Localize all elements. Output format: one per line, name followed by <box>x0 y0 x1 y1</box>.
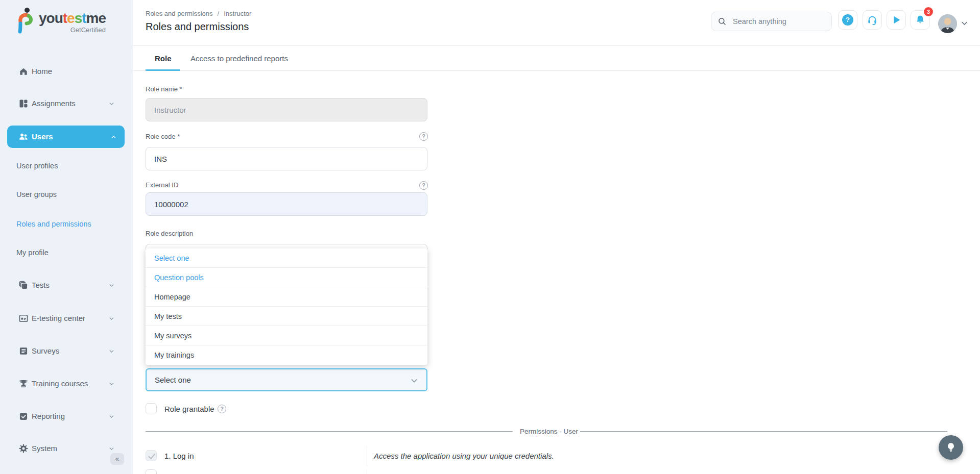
profile-menu-chevron-icon[interactable] <box>961 19 968 27</box>
landing-page-select[interactable]: Select one <box>146 368 427 391</box>
sidebar-item-home[interactable]: Home <box>0 61 133 82</box>
sidebar-item-label: Tests <box>32 275 50 295</box>
headset-icon <box>867 14 878 26</box>
sidebar-item-label: Users <box>32 126 53 148</box>
role-name-label: Role name * <box>146 85 182 93</box>
sidebar-item-reporting[interactable]: Reporting <box>0 406 133 427</box>
role-grantable-label: Role grantable <box>164 405 214 413</box>
chevron-up-icon <box>110 134 117 140</box>
role-grantable-checkbox[interactable] <box>146 403 157 414</box>
chevron-down-icon <box>108 315 115 322</box>
breadcrumb: Roles and permissions/Instructor <box>146 10 251 17</box>
permission-login-checkbox <box>146 450 157 461</box>
permission-checkbox <box>146 469 157 474</box>
page-title: Roles and permissions <box>146 21 249 33</box>
etesting-icon <box>18 313 29 323</box>
sidebar-item-etesting-center[interactable]: E-testing center <box>0 308 133 329</box>
search-icon <box>718 17 727 26</box>
sidebar: youtestme GetCertified Home Assignments … <box>0 0 133 474</box>
role-description-label: Role description <box>146 230 193 237</box>
dropdown-option[interactable]: Question pools <box>146 268 427 287</box>
breadcrumb-parent[interactable]: Roles and permissions <box>146 10 213 17</box>
brand-subtitle: GetCertified <box>39 26 106 34</box>
sidebar-item-users[interactable]: Users <box>7 126 125 148</box>
chevron-down-icon <box>108 445 115 452</box>
brand-letter: you <box>39 10 63 26</box>
external-id-help-icon[interactable]: ? <box>419 181 428 190</box>
sidebar-item-label: Home <box>32 61 52 82</box>
permission-separator <box>367 469 367 474</box>
external-id-label: External ID <box>146 181 178 189</box>
role-code-input[interactable] <box>146 147 427 170</box>
global-search <box>711 12 832 31</box>
tab-bar: Role Access to predefined reports <box>133 46 980 71</box>
chevron-down-icon <box>108 348 115 355</box>
assignments-icon <box>18 98 29 109</box>
breadcrumb-separator: / <box>218 10 220 17</box>
chevron-down-icon <box>108 101 115 107</box>
role-grantable-help-icon[interactable]: ? <box>218 405 226 413</box>
sidebar-item-assignments[interactable]: Assignments <box>0 93 133 114</box>
users-icon <box>18 132 29 142</box>
sidebar-item-roles-and-permissions[interactable]: Roles and permissions <box>16 214 91 234</box>
tab-access-to-predefined-reports[interactable]: Access to predefined reports <box>190 46 288 71</box>
hints-button[interactable] <box>939 435 963 460</box>
sidebar-item-training-courses[interactable]: Training courses <box>0 373 133 394</box>
role-code-label: Role code * <box>146 133 180 140</box>
dropdown-option[interactable]: My surveys <box>146 326 427 345</box>
chevron-down-icon <box>108 282 115 289</box>
app-window: youtestme GetCertified Home Assignments … <box>0 0 980 474</box>
bell-icon <box>915 14 926 26</box>
select-value: Select one <box>155 376 191 384</box>
notification-count-badge: 3 <box>923 6 934 17</box>
sidebar-item-label: Assignments <box>32 93 76 114</box>
avatar-image <box>938 14 957 33</box>
dropdown-option[interactable]: Select one <box>146 248 427 268</box>
sidebar-item-label: System <box>32 438 57 459</box>
sidebar-item-user-profiles[interactable]: User profiles <box>16 156 58 176</box>
home-icon <box>18 66 29 77</box>
chevron-down-icon <box>108 413 115 420</box>
app-logo[interactable]: youtestme GetCertified <box>13 6 106 36</box>
sidebar-item-surveys[interactable]: Surveys <box>0 341 133 361</box>
permission-name: 1. Log in <box>164 452 194 460</box>
help-button[interactable]: ? <box>838 10 857 30</box>
system-icon <box>18 443 29 454</box>
landing-page-dropdown-panel: Select one Question pools Homepage My te… <box>146 248 427 365</box>
youtestme-logo-icon <box>13 6 37 36</box>
lightbulb-icon <box>945 442 957 453</box>
sidebar-item-label: Surveys <box>32 341 59 361</box>
training-icon <box>18 379 29 389</box>
sidebar-item-label: Training courses <box>32 373 88 394</box>
permission-separator <box>367 445 367 466</box>
brand-letter: e <box>67 10 75 26</box>
sidebar-item-user-groups[interactable]: User groups <box>16 184 57 205</box>
support-button[interactable] <box>863 10 882 30</box>
search-input[interactable] <box>732 17 825 26</box>
reporting-icon <box>18 411 29 421</box>
brand-text-block: youtestme GetCertified <box>39 11 106 34</box>
brand-letter: t <box>63 10 67 26</box>
dropdown-option[interactable]: Homepage <box>146 287 427 307</box>
avatar[interactable] <box>938 14 957 33</box>
question-mark-icon: ? <box>842 14 853 26</box>
surveys-icon <box>18 346 29 356</box>
sidebar-item-tests[interactable]: Tests <box>0 275 133 295</box>
dropdown-option[interactable]: My tests <box>146 307 427 326</box>
sidebar-item-label: Reporting <box>32 406 65 427</box>
permissions-section-title: Permissions - User <box>520 428 578 435</box>
sidebar-item-my-profile[interactable]: My profile <box>16 242 49 263</box>
tests-icon <box>18 280 29 290</box>
role-code-help-icon[interactable]: ? <box>419 132 428 141</box>
dropdown-option[interactable]: My trainings <box>146 345 427 365</box>
tutorial-button[interactable] <box>887 10 906 30</box>
role-name-input <box>146 98 427 121</box>
play-icon <box>891 14 902 26</box>
brand-letter: me <box>86 10 106 26</box>
chevron-down-icon <box>410 377 418 385</box>
sidebar-item-label: E-testing center <box>32 308 85 329</box>
brand-letter: t <box>82 10 86 26</box>
external-id-input[interactable] <box>146 192 427 216</box>
tab-role[interactable]: Role <box>155 46 172 71</box>
sidebar-collapse-button[interactable]: « <box>110 453 124 465</box>
